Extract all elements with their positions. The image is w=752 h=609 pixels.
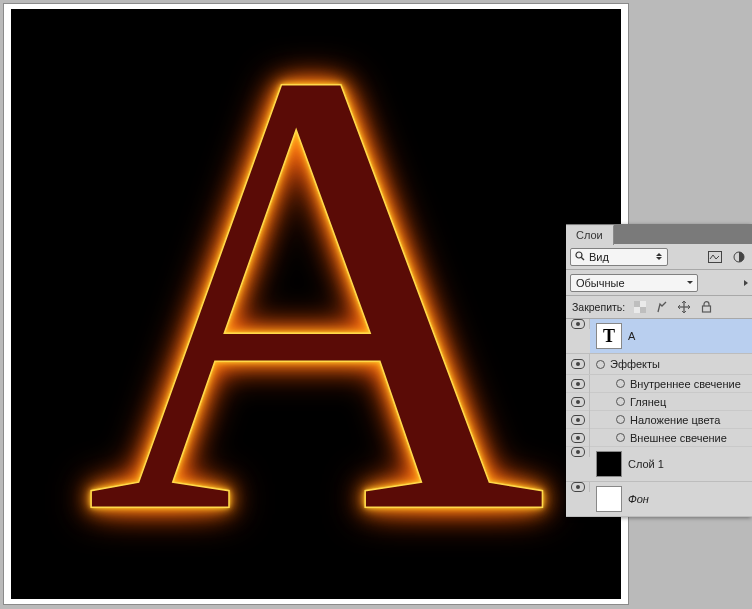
lock-transparency-icon[interactable]	[633, 300, 647, 314]
eye-icon	[571, 415, 585, 425]
svg-rect-7	[634, 307, 640, 313]
layer-thumbnail-text: T	[596, 323, 622, 349]
effect-name: Наложение цвета	[630, 414, 720, 426]
chevron-down-icon	[687, 281, 693, 284]
svg-point-0	[576, 252, 582, 258]
fx-indicator-icon	[616, 397, 625, 406]
lock-label: Закрепить:	[572, 301, 625, 313]
panel-blend-row: Обычные	[566, 270, 752, 296]
layer-row-solid[interactable]: Слой 1	[566, 447, 752, 482]
canvas-background: A	[11, 9, 621, 599]
adjustment-filter-icon[interactable]	[730, 249, 748, 265]
text-layer-glyph: A	[85, 9, 547, 599]
eye-icon	[571, 397, 585, 407]
effects-label: Эффекты	[610, 358, 660, 370]
effect-item-satin[interactable]: Глянец	[566, 393, 752, 411]
effect-item-inner-glow[interactable]: Внутреннее свечение	[566, 375, 752, 393]
effect-name: Внешнее свечение	[630, 432, 727, 444]
effects-header[interactable]: Эффекты	[566, 354, 752, 375]
fx-indicator-icon	[596, 360, 605, 369]
effect-name: Внутреннее свечение	[630, 378, 741, 390]
layer-row-background[interactable]: Фон	[566, 482, 752, 517]
canvas-area[interactable]: A	[3, 3, 629, 605]
effect-item-color-overlay[interactable]: Наложение цвета	[566, 411, 752, 429]
blend-mode-value: Обычные	[576, 277, 625, 289]
lock-pixels-icon[interactable]	[655, 300, 669, 314]
svg-line-1	[581, 257, 584, 260]
visibility-toggle[interactable]	[566, 319, 590, 329]
eye-icon	[571, 319, 585, 329]
visibility-toggle[interactable]	[566, 482, 590, 492]
eye-icon	[571, 433, 585, 443]
layer-name: A	[628, 330, 635, 342]
layer-view-label: Вид	[589, 251, 609, 263]
blend-mode-dropdown[interactable]: Обычные	[570, 274, 698, 292]
layers-panel: Слои Вид Обычные Закрепить:	[566, 224, 752, 517]
tab-layers[interactable]: Слои	[566, 225, 614, 245]
layer-row-text[interactable]: T A	[566, 319, 752, 354]
eye-icon	[571, 447, 585, 457]
eye-icon	[571, 379, 585, 389]
layer-thumbnail-solid	[596, 451, 622, 477]
opacity-expand-icon[interactable]	[744, 280, 748, 286]
effect-name: Глянец	[630, 396, 666, 408]
layer-view-dropdown[interactable]: Вид	[570, 248, 668, 266]
svg-rect-6	[640, 301, 646, 307]
lock-row: Закрепить:	[566, 296, 752, 319]
eye-icon	[571, 482, 585, 492]
thumbnail-filter-icon[interactable]	[706, 249, 724, 265]
lock-position-icon[interactable]	[677, 300, 691, 314]
stepper-arrows-icon	[653, 250, 665, 264]
svg-rect-10	[702, 306, 710, 312]
lock-all-icon[interactable]	[699, 300, 713, 314]
layers-list: T A Эффекты Внутреннее свечение Глянец Н…	[566, 319, 752, 517]
layer-name: Фон	[628, 493, 649, 505]
visibility-toggle[interactable]	[566, 447, 590, 457]
panel-tab-bar: Слои	[566, 224, 752, 244]
fx-indicator-icon	[616, 433, 625, 442]
panel-filter-row: Вид	[566, 244, 752, 270]
svg-rect-4	[634, 301, 640, 307]
search-icon	[575, 251, 585, 263]
layer-thumbnail-background	[596, 486, 622, 512]
fx-indicator-icon	[616, 379, 625, 388]
svg-rect-5	[640, 307, 646, 313]
layer-name: Слой 1	[628, 458, 664, 470]
fx-indicator-icon	[616, 415, 625, 424]
eye-icon	[571, 359, 585, 369]
effect-item-outer-glow[interactable]: Внешнее свечение	[566, 429, 752, 447]
